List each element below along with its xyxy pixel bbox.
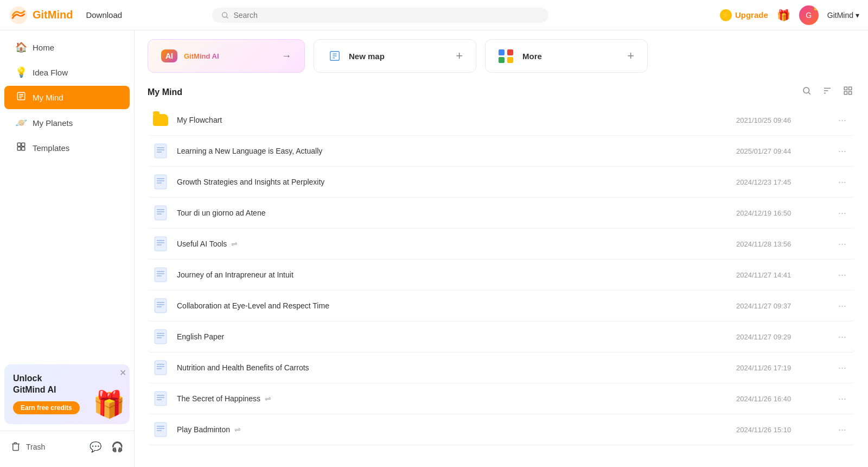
doc-icon (152, 204, 169, 222)
file-more-button[interactable]: ··· (834, 174, 851, 190)
download-link[interactable]: Download (86, 10, 122, 20)
gift-icon[interactable]: 🎁 (777, 9, 790, 22)
svg-rect-20 (844, 92, 847, 94)
app-header: GitMind Download ⚡ Upgrade 🎁 G 👑 GitMind… (0, 0, 868, 30)
help-icon[interactable]: 🎧 (111, 441, 123, 453)
file-name: Growth Strategies and Insights at Perple… (177, 178, 736, 186)
file-name: English Paper (177, 332, 736, 341)
new-map-card[interactable]: New map + (314, 39, 476, 73)
user-name: GitMind (827, 11, 853, 20)
svg-rect-34 (155, 237, 167, 251)
sort-button[interactable] (820, 84, 834, 100)
sidebar-label-my-planets: My Planets (33, 118, 73, 128)
more-card-label: More (522, 52, 542, 61)
sidebar-item-home[interactable]: 🏠 Home (4, 36, 130, 59)
search-files-button[interactable] (800, 84, 814, 100)
chat-icon[interactable]: 💬 (90, 441, 101, 453)
file-name: Nutrition and Health Benefits of Carrots (177, 363, 736, 372)
file-name: Collaboration at Eye-Level and Respect T… (177, 301, 736, 310)
user-menu[interactable]: GitMind ▾ (827, 11, 859, 20)
svg-point-1 (222, 12, 227, 17)
file-name: The Secret of Happiness ⇌ (177, 394, 736, 403)
svg-rect-38 (155, 268, 167, 282)
sidebar-item-templates[interactable]: Templates (4, 136, 130, 160)
file-item[interactable]: Journey of an Intrapreneur at Intuit 202… (148, 260, 855, 291)
section-title: My Mind (148, 87, 182, 97)
file-name: My Flowchart (177, 116, 736, 124)
templates-icon (15, 142, 27, 154)
file-more-button[interactable]: ··· (834, 360, 851, 376)
doc-icon (152, 142, 169, 160)
file-more-button[interactable]: ··· (834, 422, 851, 438)
file-more-button[interactable]: ··· (834, 391, 851, 407)
svg-rect-30 (155, 206, 167, 220)
file-item[interactable]: Tour di un giorno ad Atene 2024/12/19 16… (148, 198, 855, 229)
svg-rect-18 (844, 87, 847, 90)
gitmind-ai-card[interactable]: AI GitMind AI → (148, 39, 305, 73)
logo-icon (9, 5, 28, 25)
file-item[interactable]: Nutrition and Health Benefits of Carrots… (148, 352, 855, 383)
file-item[interactable]: Learning a New Language is Easy, Actuall… (148, 136, 855, 167)
file-item[interactable]: Growth Strategies and Insights at Perple… (148, 167, 855, 198)
svg-rect-50 (155, 361, 167, 375)
file-item[interactable]: My Flowchart 2021/10/25 09:46 ··· (148, 105, 855, 136)
file-date: 2021/10/25 09:46 (736, 116, 834, 124)
file-date: 2024/11/26 15:10 (736, 426, 834, 434)
avatar[interactable]: G 👑 (799, 5, 819, 25)
share-icon: ⇌ (265, 394, 271, 403)
more-card-plus: + (627, 49, 634, 63)
file-date: 2024/11/27 14:41 (736, 271, 834, 279)
svg-rect-9 (22, 147, 25, 150)
my-planets-icon: 🪐 (15, 117, 27, 129)
new-map-label: New map (349, 52, 385, 61)
file-item[interactable]: Collaboration at Eye-Level and Respect T… (148, 291, 855, 321)
file-item[interactable]: English Paper 2024/11/27 09:29 ··· (148, 321, 855, 352)
file-more-button[interactable]: ··· (834, 205, 851, 221)
ai-card-icon: AI (161, 49, 177, 62)
upgrade-button[interactable]: ⚡ Upgrade (720, 9, 768, 21)
folder-icon (152, 111, 169, 129)
promo-close-icon[interactable]: ✕ (119, 368, 126, 378)
doc-icon (152, 390, 169, 407)
file-more-button[interactable]: ··· (834, 298, 851, 314)
view-toggle-button[interactable] (841, 84, 855, 100)
doc-icon (152, 266, 169, 283)
header-right: ⚡ Upgrade 🎁 G 👑 GitMind ▾ (720, 5, 859, 25)
svg-rect-19 (849, 87, 852, 90)
search-icon (221, 11, 229, 20)
svg-rect-46 (155, 330, 167, 344)
svg-rect-8 (17, 147, 21, 150)
sidebar-item-idea-flow[interactable]: 💡 Idea Flow (4, 61, 130, 84)
promo-banner[interactable]: ✕ Unlock GitMind AI Earn free credits 🎁 (4, 364, 130, 424)
search-input[interactable] (233, 11, 540, 20)
more-card[interactable]: More + (485, 39, 648, 73)
file-date: 2024/12/23 17:45 (736, 178, 834, 186)
share-icon: ⇌ (231, 239, 238, 248)
file-more-button[interactable]: ··· (834, 143, 851, 159)
file-more-button[interactable]: ··· (834, 329, 851, 345)
promo-earn-button[interactable]: Earn free credits (13, 401, 80, 414)
ai-card-arrow: → (282, 51, 291, 62)
sidebar-label-templates: Templates (33, 143, 69, 153)
file-name: Learning a New Language is Easy, Actuall… (177, 147, 736, 155)
doc-icon (152, 235, 169, 253)
file-list: My Flowchart 2021/10/25 09:46 ··· Learni… (148, 105, 855, 458)
svg-rect-21 (849, 92, 852, 94)
file-item[interactable]: Play Badminton ⇌ 2024/11/26 15:10 ··· (148, 414, 855, 445)
upgrade-label: Upgrade (735, 10, 768, 20)
sidebar-item-my-planets[interactable]: 🪐 My Planets (4, 111, 130, 134)
sidebar-item-my-mind[interactable]: My Mind (4, 86, 130, 109)
avatar-crown: 👑 (813, 5, 819, 10)
file-name: Useful AI Tools ⇌ (177, 239, 736, 248)
file-more-button[interactable]: ··· (834, 267, 851, 283)
file-more-button[interactable]: ··· (834, 236, 851, 252)
logo-text: GitMind (33, 9, 73, 21)
sidebar-item-trash[interactable]: Trash 💬 🎧 (4, 436, 130, 458)
upgrade-icon: ⚡ (720, 9, 732, 21)
file-item[interactable]: Useful AI Tools ⇌ 2024/11/28 13:56 ··· (148, 229, 855, 260)
file-item[interactable]: The Secret of Happiness ⇌ 2024/11/26 16:… (148, 383, 855, 414)
file-date: 2024/12/19 16:50 (736, 209, 834, 217)
logo[interactable]: GitMind (9, 5, 73, 25)
share-icon: ⇌ (234, 425, 241, 434)
file-more-button[interactable]: ··· (834, 112, 851, 128)
